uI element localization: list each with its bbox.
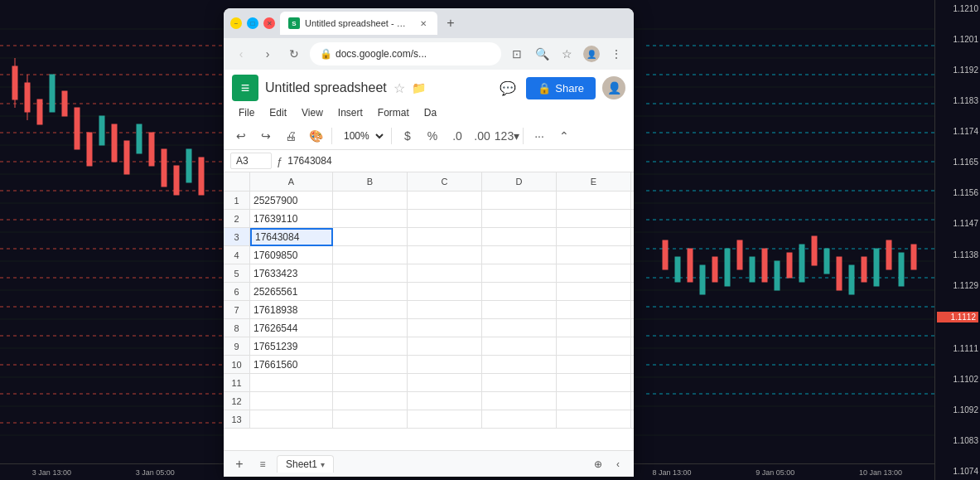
forward-button[interactable]: ›: [257, 43, 278, 65]
col-header-e[interactable]: E: [557, 172, 631, 191]
cell-b7[interactable]: [333, 301, 408, 319]
menu-view[interactable]: View: [295, 104, 330, 121]
cell-b9[interactable]: [333, 337, 408, 356]
user-avatar[interactable]: 👤: [602, 76, 625, 99]
cell-a3[interactable]: 17643084: [250, 228, 333, 246]
new-tab-button[interactable]: +: [441, 13, 461, 33]
sheet-tab[interactable]: Sheet1 ▾: [277, 455, 334, 473]
cell-c3[interactable]: [408, 228, 482, 246]
cell-d13[interactable]: [482, 410, 557, 429]
cell-b5[interactable]: [333, 264, 408, 283]
star-icon[interactable]: ☆: [393, 80, 405, 96]
collapse-toolbar-button[interactable]: ⌃: [553, 125, 575, 147]
refresh-button[interactable]: ↻: [283, 43, 305, 65]
cell-d4[interactable]: [482, 246, 557, 264]
cell-c12[interactable]: [408, 392, 482, 410]
cell-c1[interactable]: [408, 192, 482, 210]
currency-button[interactable]: $: [397, 125, 418, 147]
decimal-increase-button[interactable]: .00: [471, 125, 493, 147]
cell-a12[interactable]: [250, 392, 333, 410]
cell-a9[interactable]: 17651239: [250, 337, 333, 356]
tab-close-button[interactable]: ✕: [418, 17, 429, 29]
cell-d7[interactable]: [482, 301, 557, 319]
cell-b8[interactable]: [333, 319, 408, 337]
cell-d11[interactable]: [482, 374, 557, 392]
cell-d1[interactable]: [482, 192, 557, 210]
cell-c7[interactable]: [408, 301, 482, 319]
cell-d3[interactable]: [482, 228, 557, 246]
cell-reference[interactable]: A3: [230, 153, 272, 169]
cell-a8[interactable]: 17626544: [250, 319, 333, 337]
cell-a1[interactable]: 25257900: [250, 192, 333, 210]
share-button[interactable]: 🔒 Share: [526, 77, 596, 99]
cell-a11[interactable]: [250, 374, 333, 392]
cell-e5[interactable]: [557, 264, 631, 283]
cell-e10[interactable]: [557, 356, 631, 374]
cell-a4[interactable]: 17609850: [250, 246, 333, 264]
cell-b3[interactable]: [333, 228, 408, 246]
cell-b4[interactable]: [333, 246, 408, 264]
cell-a13[interactable]: [250, 410, 333, 429]
cell-d6[interactable]: [482, 283, 557, 301]
cell-b11[interactable]: [333, 374, 408, 392]
cell-a5[interactable]: 17633423: [250, 264, 333, 283]
zoom-button[interactable]: 🔍: [531, 43, 553, 65]
zoom-select[interactable]: 100% 75% 50% 150%: [337, 128, 386, 144]
cell-c9[interactable]: [408, 337, 482, 356]
profile-button[interactable]: 👤: [581, 43, 602, 65]
cell-e11[interactable]: [557, 374, 631, 392]
cell-e7[interactable]: [557, 301, 631, 319]
more-formats-button[interactable]: ···: [529, 125, 550, 147]
cell-e8[interactable]: [557, 319, 631, 337]
cell-a2[interactable]: 17639110: [250, 210, 333, 228]
cell-d10[interactable]: [482, 356, 557, 374]
cell-e9[interactable]: [557, 337, 631, 356]
restore-button[interactable]: □: [247, 17, 258, 29]
col-header-a[interactable]: A: [250, 172, 333, 191]
menu-file[interactable]: File: [232, 104, 261, 121]
cell-a10[interactable]: 17661560: [250, 356, 333, 374]
menu-data[interactable]: Da: [418, 104, 443, 121]
cell-c11[interactable]: [408, 374, 482, 392]
cell-d8[interactable]: [482, 319, 557, 337]
menu-edit[interactable]: Edit: [263, 104, 293, 121]
cell-d2[interactable]: [482, 210, 557, 228]
cell-e4[interactable]: [557, 246, 631, 264]
col-header-b[interactable]: B: [333, 172, 408, 191]
decimal-decrease-button[interactable]: .0: [447, 125, 468, 147]
cell-b13[interactable]: [333, 410, 408, 429]
col-header-c[interactable]: C: [408, 172, 482, 191]
undo-button[interactable]: ↩: [230, 125, 252, 147]
more-button[interactable]: ⋮: [606, 43, 627, 65]
close-button[interactable]: ✕: [263, 17, 275, 29]
paint-format-button[interactable]: 🎨: [305, 125, 326, 147]
spreadsheet-title[interactable]: Untitled spreadsheet: [265, 80, 387, 95]
cell-a7[interactable]: 17618938: [250, 301, 333, 319]
bookmark-button[interactable]: ☆: [556, 43, 577, 65]
cell-e6[interactable]: [557, 283, 631, 301]
cast-button[interactable]: ⊡: [506, 43, 528, 65]
cell-d5[interactable]: [482, 264, 557, 283]
cell-d12[interactable]: [482, 392, 557, 410]
menu-insert[interactable]: Insert: [331, 104, 369, 121]
cell-b1[interactable]: [333, 192, 408, 210]
cell-b10[interactable]: [333, 356, 408, 374]
cell-e2[interactable]: [557, 210, 631, 228]
active-tab[interactable]: S Untitled spreadsheet - Google S ✕: [280, 12, 437, 35]
percent-button[interactable]: %: [422, 125, 443, 147]
folder-icon[interactable]: 📁: [412, 81, 426, 95]
cell-c5[interactable]: [408, 264, 482, 283]
cell-c4[interactable]: [408, 246, 482, 264]
cell-b12[interactable]: [333, 392, 408, 410]
add-sheet-button[interactable]: +: [230, 455, 249, 473]
cell-a6[interactable]: 25265561: [250, 283, 333, 301]
format-number-button[interactable]: 123▾: [496, 125, 518, 147]
back-button[interactable]: ‹: [230, 43, 252, 65]
cell-c2[interactable]: [408, 210, 482, 228]
redo-button[interactable]: ↪: [255, 125, 277, 147]
cell-e3[interactable]: [557, 228, 631, 246]
address-input[interactable]: 🔒 docs.google.com/s...: [310, 42, 501, 65]
cell-c13[interactable]: [408, 410, 482, 429]
sheet-list-button[interactable]: ≡: [253, 455, 272, 473]
explore-button[interactable]: ⊕: [589, 455, 607, 473]
